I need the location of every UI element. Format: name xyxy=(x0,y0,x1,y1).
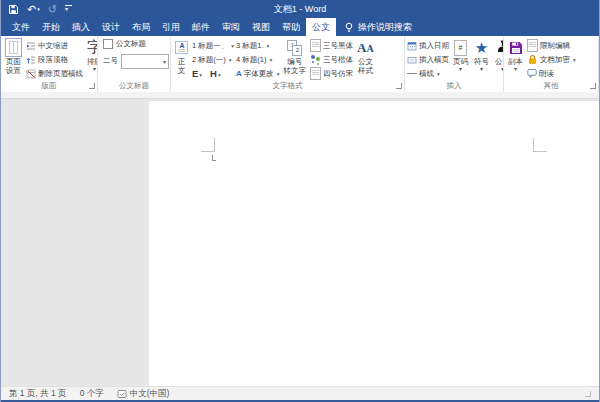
font-change-button[interactable]: A 字体更改 xyxy=(236,67,280,80)
crop-mark-top-right xyxy=(533,138,547,152)
chevron-down-icon xyxy=(459,67,462,72)
remove-header-line-button[interactable]: 删除页眉横线 xyxy=(26,67,83,80)
paragraph-top-icon xyxy=(26,55,36,65)
tab-help[interactable]: 帮助 xyxy=(276,18,306,36)
heading4-button[interactable]: 4 标题(1) xyxy=(236,53,280,66)
insert-date-button[interactable]: 插入日期 xyxy=(407,39,449,52)
style-e-button[interactable]: E xyxy=(192,68,202,79)
tab-references[interactable]: 引用 xyxy=(156,18,186,36)
body-text-icon: A xyxy=(175,41,188,54)
tab-insert[interactable]: 插入 xyxy=(66,18,96,36)
official-title-checkbox[interactable]: 公文标题 xyxy=(103,37,146,51)
ribbon: 页面设置 中文缩进 段落顶格 xyxy=(1,36,599,92)
typeset-icon: 字 xyxy=(87,43,98,52)
ribbon-group-doc-title: 公文标题 二号 公文标题 xyxy=(98,36,171,92)
page-number-button[interactable]: # 页码 xyxy=(451,37,470,80)
encrypt-button[interactable]: 文档加密 xyxy=(527,53,576,66)
paragraph-top-button[interactable]: 段落顶格 xyxy=(26,53,83,66)
dialog-launcher-icon[interactable] xyxy=(590,83,596,89)
status-bar: 第 1 页, 共 1 页 0 个字 中文(中国) xyxy=(1,386,599,400)
lightbulb-icon xyxy=(344,22,354,33)
group-label-insert: 插入 xyxy=(447,81,462,90)
seal-button[interactable]: 公章 xyxy=(493,37,504,80)
typeset-button[interactable]: 字 排版 xyxy=(85,37,98,80)
tab-view[interactable]: 视图 xyxy=(246,18,276,36)
tab-home[interactable]: 开始 xyxy=(36,18,66,36)
dialog-launcher-icon[interactable] xyxy=(396,83,402,89)
ribbon-bottom-strip xyxy=(1,92,599,99)
ribbon-group-text-format: A 正文 1 标题一、 2 标题(一) E H 3 标题1. 4 标题(1) A xyxy=(171,36,405,92)
customize-qat-icon[interactable] xyxy=(65,5,72,13)
crop-mark-top-left xyxy=(201,138,215,152)
horizontal-line-icon xyxy=(407,69,417,78)
dialog-launcher-icon[interactable] xyxy=(89,83,95,89)
group-label-doc-title: 公文标题 xyxy=(119,81,149,90)
people-icon xyxy=(310,55,321,65)
titlebar: ↶ ↺ 文档1 - Word xyxy=(1,0,599,18)
tab-layout[interactable]: 布局 xyxy=(126,18,156,36)
star-icon: ★ xyxy=(475,40,488,55)
page-setup-icon xyxy=(5,38,22,57)
landscape-page-icon xyxy=(407,55,417,65)
tab-design[interactable]: 设计 xyxy=(96,18,126,36)
tab-mailings[interactable]: 邮件 xyxy=(186,18,216,36)
speech-bubble-icon xyxy=(527,68,537,79)
document-area xyxy=(1,99,599,386)
tab-review[interactable]: 审阅 xyxy=(216,18,246,36)
stamp-icon xyxy=(496,40,505,55)
read-aloud-button[interactable]: 朗读 xyxy=(527,67,576,80)
heading3-button[interactable]: 3 标题1. xyxy=(236,39,280,52)
kai-font-button[interactable]: 三号楷体 xyxy=(310,53,353,66)
insert-landscape-button[interactable]: 插入横页 xyxy=(407,53,449,66)
language-status[interactable]: 中文(中国) xyxy=(117,388,170,400)
symbol-button[interactable]: ★ 符号 xyxy=(472,37,491,80)
fangsong-font-button[interactable]: 四号仿宋 xyxy=(310,67,353,80)
save-icon[interactable] xyxy=(8,4,19,15)
document-icon xyxy=(310,67,321,80)
tell-me-search[interactable]: 操作说明搜索 xyxy=(336,18,420,36)
group-label-layout: 版面 xyxy=(42,81,57,90)
redo-icon: ↺ xyxy=(48,4,57,15)
ribbon-group-insert: 插入日期 插入横页 横线 # 页码 xyxy=(405,36,504,92)
style-h-button[interactable]: H xyxy=(210,68,221,79)
hei-font-button[interactable]: 三号黑体 xyxy=(310,39,353,52)
group-label-text-format: 文字格式 xyxy=(273,81,303,90)
window-title: 文档1 - Word xyxy=(1,3,599,16)
horizontal-line-button[interactable]: 横线 xyxy=(407,67,449,80)
resize-grip[interactable] xyxy=(585,391,591,397)
heading1-button[interactable]: 1 标题一、 xyxy=(192,39,234,52)
undo-icon[interactable]: ↶ xyxy=(27,4,40,15)
chinese-indent-icon xyxy=(26,41,36,51)
tab-official-doc[interactable]: 公文 xyxy=(306,18,336,36)
page-count-status[interactable]: 第 1 页, 共 1 页 xyxy=(9,388,67,400)
chinese-indent-button[interactable]: 中文缩进 xyxy=(26,39,83,52)
restrict-edit-icon xyxy=(527,39,538,52)
document-page[interactable] xyxy=(149,101,599,386)
font-change-icon: A xyxy=(236,69,242,78)
page-setup-button[interactable]: 页面设置 xyxy=(3,37,24,80)
remove-header-line-icon xyxy=(26,69,36,79)
ribbon-group-layout: 页面设置 中文缩进 段落顶格 xyxy=(1,36,98,92)
number-to-text-button[interactable]: 12 编号转文字 xyxy=(282,37,309,80)
chevron-down-icon xyxy=(514,67,517,72)
restrict-edit-button[interactable]: 限制编辑 xyxy=(527,39,576,52)
lock-icon xyxy=(527,54,538,65)
group-label-other: 其他 xyxy=(544,81,559,90)
official-style-button[interactable]: AA 公文样式 xyxy=(355,37,376,80)
calendar-icon xyxy=(407,41,417,51)
text-cursor xyxy=(212,155,216,161)
copy-button[interactable]: 副本 xyxy=(506,37,525,80)
title-size-label: 二号 xyxy=(103,56,118,66)
title-font-combobox[interactable] xyxy=(121,54,169,69)
word-count-status[interactable]: 0 个字 xyxy=(80,388,104,400)
ribbon-tab-bar: 文件 开始 插入 设计 布局 引用 邮件 审阅 视图 帮助 公文 操作说明搜索 xyxy=(1,18,599,36)
tell-me-label: 操作说明搜索 xyxy=(358,21,412,34)
official-style-icon: AA xyxy=(357,41,374,54)
document-icon xyxy=(310,39,321,52)
ribbon-group-other: 副本 限制编辑 文档加密 xyxy=(504,36,599,92)
floppy-disk-icon xyxy=(509,41,523,55)
body-text-button[interactable]: A 正文 xyxy=(173,37,190,80)
tab-file[interactable]: 文件 xyxy=(6,18,36,36)
heading2-button[interactable]: 2 标题(一) xyxy=(192,53,234,66)
word-window: ↶ ↺ 文档1 - Word 文件 开始 插入 设计 布局 引用 邮件 审阅 视… xyxy=(0,0,600,402)
